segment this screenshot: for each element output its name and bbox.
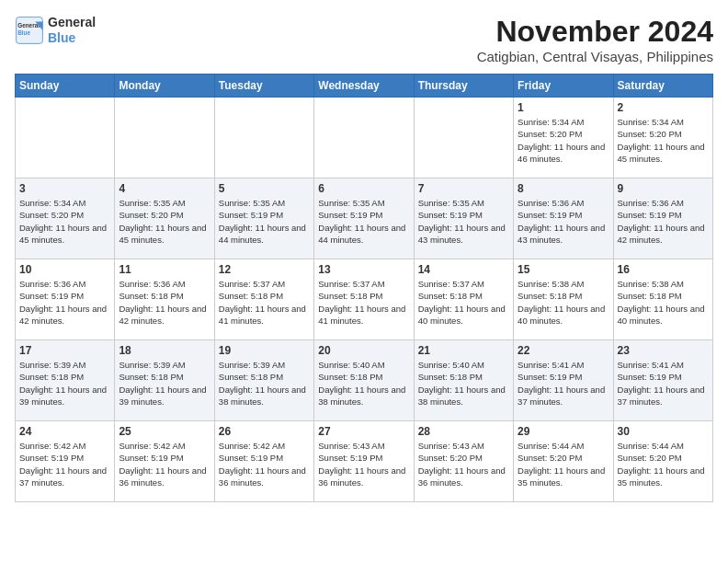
calendar-subtitle: Catigbian, Central Visayas, Philippines [477,49,713,64]
day-number: 8 [518,182,609,195]
logo-blue: Blue [48,30,96,46]
day-number: 6 [318,182,409,195]
day-number: 1 [518,101,609,114]
calendar-week-row: 24Sunrise: 5:42 AM Sunset: 5:19 PM Dayli… [16,421,713,502]
calendar-cell: 27Sunrise: 5:43 AM Sunset: 5:19 PM Dayli… [314,421,414,502]
calendar-cell: 12Sunrise: 5:37 AM Sunset: 5:18 PM Dayli… [214,259,313,340]
calendar-cell: 4Sunrise: 5:35 AM Sunset: 5:20 PM Daylig… [115,178,214,259]
day-info: Sunrise: 5:36 AM Sunset: 5:18 PM Dayligh… [119,278,210,327]
calendar-cell: 16Sunrise: 5:38 AM Sunset: 5:18 PM Dayli… [613,259,712,340]
weekday-header-wednesday: Wednesday [314,75,414,98]
day-number: 28 [418,425,509,438]
day-number: 25 [119,425,210,438]
day-info: Sunrise: 5:36 AM Sunset: 5:19 PM Dayligh… [19,278,110,327]
calendar-week-row: 1Sunrise: 5:34 AM Sunset: 5:20 PM Daylig… [16,98,713,178]
day-info: Sunrise: 5:35 AM Sunset: 5:19 PM Dayligh… [219,197,310,246]
calendar-cell: 28Sunrise: 5:43 AM Sunset: 5:20 PM Dayli… [414,421,513,502]
calendar-cell: 21Sunrise: 5:40 AM Sunset: 5:18 PM Dayli… [414,340,513,421]
day-info: Sunrise: 5:41 AM Sunset: 5:19 PM Dayligh… [618,359,709,408]
calendar-cell: 9Sunrise: 5:36 AM Sunset: 5:19 PM Daylig… [613,178,712,259]
day-number: 23 [618,344,709,357]
day-info: Sunrise: 5:36 AM Sunset: 5:19 PM Dayligh… [518,197,609,246]
calendar-cell: 20Sunrise: 5:40 AM Sunset: 5:18 PM Dayli… [314,340,414,421]
day-info: Sunrise: 5:34 AM Sunset: 5:20 PM Dayligh… [618,116,709,165]
weekday-header-monday: Monday [115,75,214,98]
day-number: 5 [219,182,310,195]
calendar-cell: 17Sunrise: 5:39 AM Sunset: 5:18 PM Dayli… [16,340,115,421]
calendar-cell: 19Sunrise: 5:39 AM Sunset: 5:18 PM Dayli… [214,340,313,421]
weekday-header-sunday: Sunday [16,75,115,98]
day-info: Sunrise: 5:44 AM Sunset: 5:20 PM Dayligh… [618,440,709,488]
calendar-cell [115,98,214,178]
day-info: Sunrise: 5:39 AM Sunset: 5:18 PM Dayligh… [219,359,310,408]
calendar-cell [16,98,115,178]
svg-text:Blue: Blue [17,29,30,36]
calendar-cell: 14Sunrise: 5:37 AM Sunset: 5:18 PM Dayli… [414,259,513,340]
calendar-cell: 8Sunrise: 5:36 AM Sunset: 5:19 PM Daylig… [514,178,613,259]
day-number: 26 [219,425,310,438]
calendar-cell: 2Sunrise: 5:34 AM Sunset: 5:20 PM Daylig… [613,98,712,178]
calendar-cell: 18Sunrise: 5:39 AM Sunset: 5:18 PM Dayli… [115,340,214,421]
calendar-title: November 2024 [477,15,713,49]
day-info: Sunrise: 5:37 AM Sunset: 5:18 PM Dayligh… [318,278,409,327]
day-number: 17 [19,344,110,357]
calendar-cell: 5Sunrise: 5:35 AM Sunset: 5:19 PM Daylig… [214,178,313,259]
day-info: Sunrise: 5:43 AM Sunset: 5:19 PM Dayligh… [318,440,409,488]
day-info: Sunrise: 5:40 AM Sunset: 5:18 PM Dayligh… [318,359,409,408]
day-info: Sunrise: 5:42 AM Sunset: 5:19 PM Dayligh… [219,440,310,488]
calendar-cell: 3Sunrise: 5:34 AM Sunset: 5:20 PM Daylig… [16,178,115,259]
logo: General Blue General Blue [15,15,96,46]
day-number: 14 [418,263,509,276]
day-number: 7 [418,182,509,195]
day-number: 16 [618,263,709,276]
day-number: 18 [119,344,210,357]
calendar-cell: 22Sunrise: 5:41 AM Sunset: 5:19 PM Dayli… [514,340,613,421]
header: General Blue General Blue November 2024 … [15,15,713,64]
day-info: Sunrise: 5:42 AM Sunset: 5:19 PM Dayligh… [119,440,210,488]
calendar-cell [214,98,313,178]
day-number: 30 [618,425,709,438]
calendar-cell [314,98,414,178]
calendar-cell: 25Sunrise: 5:42 AM Sunset: 5:19 PM Dayli… [115,421,214,502]
day-info: Sunrise: 5:39 AM Sunset: 5:18 PM Dayligh… [19,359,110,408]
weekday-header-tuesday: Tuesday [214,75,313,98]
logo-general: General [48,15,96,30]
calendar-cell: 23Sunrise: 5:41 AM Sunset: 5:19 PM Dayli… [613,340,712,421]
day-number: 11 [119,263,210,276]
weekday-header-friday: Friday [514,75,613,98]
calendar-cell: 1Sunrise: 5:34 AM Sunset: 5:20 PM Daylig… [514,98,613,178]
calendar-week-row: 17Sunrise: 5:39 AM Sunset: 5:18 PM Dayli… [16,340,713,421]
day-number: 24 [19,425,110,438]
day-number: 19 [219,344,310,357]
day-number: 20 [318,344,409,357]
day-info: Sunrise: 5:42 AM Sunset: 5:19 PM Dayligh… [19,440,110,488]
day-info: Sunrise: 5:34 AM Sunset: 5:20 PM Dayligh… [19,197,110,246]
calendar-cell: 6Sunrise: 5:35 AM Sunset: 5:19 PM Daylig… [314,178,414,259]
day-info: Sunrise: 5:37 AM Sunset: 5:18 PM Dayligh… [219,278,310,327]
calendar-cell: 7Sunrise: 5:35 AM Sunset: 5:19 PM Daylig… [414,178,513,259]
calendar-cell: 24Sunrise: 5:42 AM Sunset: 5:19 PM Dayli… [16,421,115,502]
day-number: 15 [518,263,609,276]
day-number: 21 [418,344,509,357]
day-number: 10 [19,263,110,276]
calendar-header: SundayMondayTuesdayWednesdayThursdayFrid… [16,75,713,98]
calendar-cell: 15Sunrise: 5:38 AM Sunset: 5:18 PM Dayli… [514,259,613,340]
calendar-week-row: 3Sunrise: 5:34 AM Sunset: 5:20 PM Daylig… [16,178,713,259]
calendar-cell: 26Sunrise: 5:42 AM Sunset: 5:19 PM Dayli… [214,421,313,502]
day-number: 12 [219,263,310,276]
day-number: 27 [318,425,409,438]
day-number: 9 [618,182,709,195]
day-number: 4 [119,182,210,195]
day-info: Sunrise: 5:38 AM Sunset: 5:18 PM Dayligh… [618,278,709,327]
day-info: Sunrise: 5:38 AM Sunset: 5:18 PM Dayligh… [518,278,609,327]
day-number: 29 [518,425,609,438]
logo-icon: General Blue [15,16,44,45]
day-info: Sunrise: 5:35 AM Sunset: 5:20 PM Dayligh… [119,197,210,246]
calendar-table: SundayMondayTuesdayWednesdayThursdayFrid… [15,74,713,502]
calendar-cell: 11Sunrise: 5:36 AM Sunset: 5:18 PM Dayli… [115,259,214,340]
calendar-cell: 30Sunrise: 5:44 AM Sunset: 5:20 PM Dayli… [613,421,712,502]
day-info: Sunrise: 5:34 AM Sunset: 5:20 PM Dayligh… [518,116,609,165]
day-number: 3 [19,182,110,195]
calendar-cell: 10Sunrise: 5:36 AM Sunset: 5:19 PM Dayli… [16,259,115,340]
day-info: Sunrise: 5:35 AM Sunset: 5:19 PM Dayligh… [418,197,509,246]
